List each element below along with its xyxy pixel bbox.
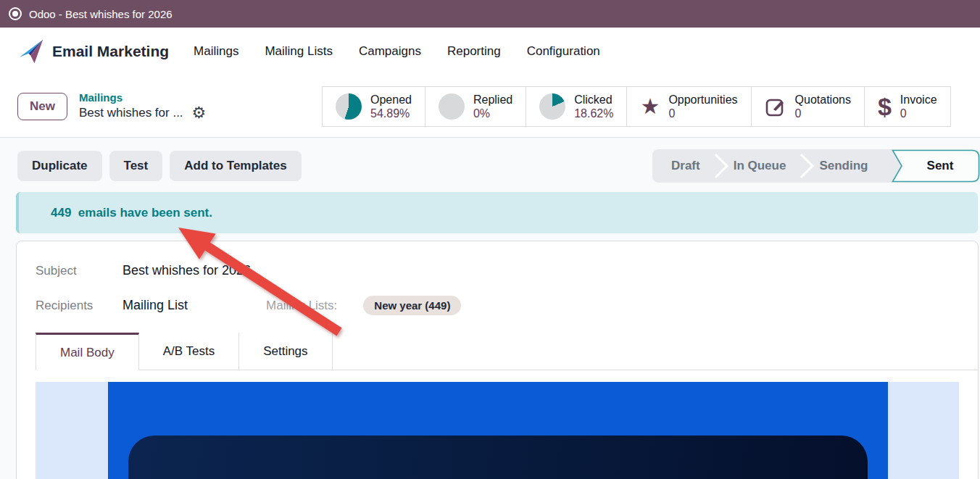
tab-mail-body[interactable]: Mail Body <box>36 333 139 370</box>
mailing-lists-label: Mailing Lists: <box>266 299 337 313</box>
stat-text: Replied0% <box>473 93 512 120</box>
tab-a-b-tests[interactable]: A/B Tests <box>139 333 240 370</box>
breadcrumb-current: Best whishes for ... <box>79 105 183 120</box>
stat-button-invoice[interactable]: $Invoice0 <box>864 86 951 127</box>
stat-label: Opened <box>370 93 412 107</box>
stat-text: Opened54.89% <box>370 93 412 120</box>
stat-label: Clicked <box>574 93 613 107</box>
stat-text: Invoice0 <box>900 93 937 120</box>
recipients-row: Recipients Mailing List Mailing Lists: N… <box>36 296 959 315</box>
stat-label: Quotations <box>795 93 851 107</box>
alert-banner: 449 emails have been sent. <box>16 192 978 233</box>
stat-value: 0 <box>795 107 851 120</box>
stat-buttons-row: Opened54.89%Replied0%Clicked18.62%★Oppor… <box>322 86 980 127</box>
stat-button-clicked[interactable]: Clicked18.62% <box>526 86 627 127</box>
stat-value: 18.62% <box>574 107 613 120</box>
star-icon: ★ <box>640 96 660 117</box>
stat-text: Clicked18.62% <box>574 93 613 120</box>
status-step-sent[interactable]: Sent <box>892 149 980 183</box>
alert-text: 449 emails have been sent. <box>51 206 212 220</box>
quotation-icon <box>765 96 786 117</box>
stat-label: Replied <box>473 93 512 107</box>
stat-value: 0% <box>473 107 512 120</box>
recipients-value[interactable]: Mailing List <box>122 298 188 313</box>
gear-icon[interactable]: ⚙ <box>192 105 207 121</box>
pie-icon <box>539 93 565 120</box>
stat-value: 0 <box>668 107 737 120</box>
subject-value[interactable]: Best whishes for 2026 <box>122 263 251 278</box>
nav-menu-configuration[interactable]: Configuration <box>527 44 600 59</box>
record-icon <box>9 7 22 20</box>
app-navbar: Email Marketing MailingsMailing ListsCam… <box>0 28 980 75</box>
chevron-right-icon <box>789 154 814 178</box>
mailing-form-card: Subject Best whishes for 2026 Recipients… <box>16 241 979 479</box>
nav-menu-mailing-lists[interactable]: Mailing Lists <box>265 44 333 59</box>
new-button[interactable]: New <box>17 93 67 120</box>
stat-button-opened[interactable]: Opened54.89% <box>322 86 425 127</box>
tab-settings[interactable]: Settings <box>239 333 332 370</box>
mailing-list-tag[interactable]: New year (449) <box>363 296 461 315</box>
nav-menu-reporting[interactable]: Reporting <box>447 44 501 59</box>
action-buttons: DuplicateTestAdd to Templates <box>17 151 302 181</box>
stat-label: Invoice <box>900 93 937 107</box>
mail-hero-section <box>108 382 888 479</box>
stat-label: Opportunities <box>668 93 737 107</box>
notebook-tabs: Mail BodyA/B TestsSettings <box>36 333 978 370</box>
action-row: DuplicateTestAdd to Templates DraftIn Qu… <box>17 149 980 183</box>
control-panel: New Mailings Best whishes for ... ⚙ Open… <box>0 75 980 138</box>
status-pipeline: DraftIn QueueSendingSent <box>652 149 980 183</box>
stat-value: 0 <box>900 107 937 120</box>
add-to-templates-button[interactable]: Add to Templates <box>170 151 301 181</box>
breadcrumb-mailings-link[interactable]: Mailings <box>79 91 206 105</box>
pie-icon <box>439 93 465 120</box>
stat-text: Quotations0 <box>795 93 851 120</box>
pie-icon <box>336 93 362 120</box>
os-titlebar: Odoo - Best whishes for 2026 <box>0 0 980 28</box>
nav-menu-mailings[interactable]: Mailings <box>194 44 238 59</box>
window-title: Odoo - Best whishes for 2026 <box>29 8 173 20</box>
stat-text: Opportunities0 <box>668 93 737 120</box>
subject-label: Subject <box>36 264 122 278</box>
recipients-label: Recipients <box>36 299 122 313</box>
subject-row: Subject Best whishes for 2026 <box>36 263 959 278</box>
test-button[interactable]: Test <box>109 151 163 181</box>
stat-button-quotations[interactable]: Quotations0 <box>751 86 865 127</box>
status-step-label: Sent <box>892 149 980 183</box>
mail-dark-card <box>128 436 868 479</box>
email-marketing-logo-icon[interactable] <box>17 38 45 64</box>
duplicate-button[interactable]: Duplicate <box>17 151 102 181</box>
mail-body-preview[interactable] <box>36 382 959 479</box>
stat-button-replied[interactable]: Replied0% <box>425 86 526 127</box>
nav-menu-campaigns[interactable]: Campaigns <box>359 44 421 59</box>
app-name[interactable]: Email Marketing <box>52 43 169 60</box>
nav-menu: MailingsMailing ListsCampaignsReportingC… <box>194 44 626 59</box>
stat-value: 54.89% <box>370 107 412 120</box>
stat-button-opportunities[interactable]: ★Opportunities0 <box>626 86 751 127</box>
dollar-icon: $ <box>878 94 892 119</box>
chevron-right-icon <box>704 154 728 178</box>
breadcrumb: Mailings Best whishes for ... ⚙ <box>79 91 206 121</box>
